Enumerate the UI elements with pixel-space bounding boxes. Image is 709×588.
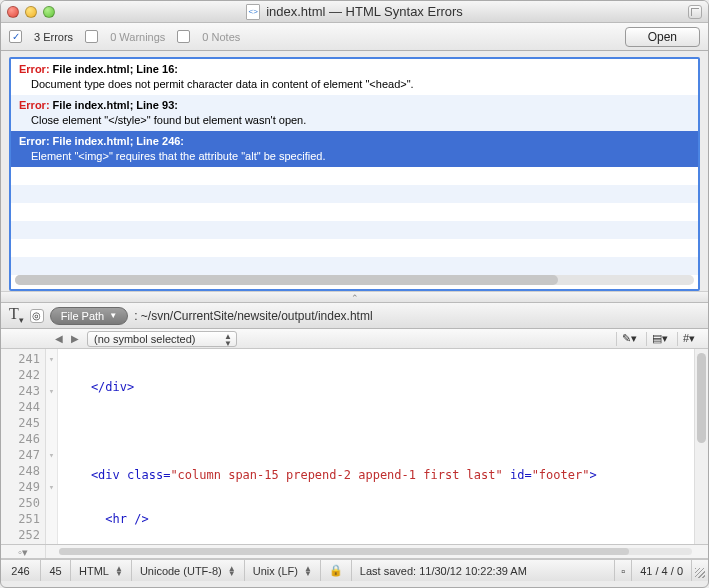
zoom-icon[interactable]	[43, 6, 55, 18]
error-row-empty	[11, 221, 698, 239]
notes-count: 0 Notes	[202, 31, 240, 43]
errors-count: 3 Errors	[34, 31, 73, 43]
nav-bar: ◀ ▶ (no symbol selected) ▲▼ ✎▾ ▤▾ #▾	[1, 329, 708, 349]
error-desc: Document type does not permit character …	[19, 77, 690, 92]
nav-next-icon[interactable]: ▶	[71, 333, 79, 344]
minimize-icon[interactable]	[25, 6, 37, 18]
scroll-thumb[interactable]	[59, 548, 629, 555]
status-bar: 246 45 HTML▲▼ Unicode (UTF-8)▲▼ Unix (LF…	[1, 559, 708, 581]
pencil-icon[interactable]: ✎▾	[616, 332, 642, 346]
editor-hscroll[interactable]: ◦▾	[1, 545, 708, 559]
window-controls	[7, 6, 55, 18]
status-lang-label: HTML	[79, 565, 109, 577]
text-options-icon[interactable]: T▾	[9, 305, 24, 325]
line-num: 247	[1, 447, 45, 463]
resize-grip-icon[interactable]	[692, 560, 708, 581]
layers-icon[interactable]: ▤▾	[646, 332, 673, 346]
error-loc: File index.html; Line 93:	[50, 99, 178, 111]
status-encoding[interactable]: Unicode (UTF-8)▲▼	[132, 560, 245, 581]
line-num: 248	[1, 463, 45, 479]
doc-status-icon[interactable]: ◎	[30, 309, 44, 323]
lock-icon[interactable]: 🔒	[321, 560, 352, 581]
filepath-button[interactable]: File Path ▼	[50, 307, 128, 325]
editor: 241 242 243 244 245 246 247 248 249 250 …	[1, 349, 708, 545]
line-num: 251	[1, 511, 45, 527]
symbol-label: (no symbol selected)	[94, 333, 196, 345]
status-lineendings[interactable]: Unix (LF)▲▼	[245, 560, 321, 581]
notes-checkbox[interactable]	[177, 30, 190, 43]
splitter[interactable]: ⌃	[1, 291, 708, 303]
errors-checkbox[interactable]	[9, 30, 22, 43]
line-num: 245	[1, 415, 45, 431]
fold-icon[interactable]: ▾	[46, 351, 57, 367]
error-kind: Error:	[19, 63, 50, 75]
close-icon[interactable]	[7, 6, 19, 18]
error-list[interactable]: Error: File index.html; Line 16: Documen…	[11, 59, 698, 275]
line-gutter: 241 242 243 244 245 246 247 248 249 250 …	[1, 349, 46, 544]
error-row[interactable]: Error: File index.html; Line 93: Close e…	[11, 95, 698, 131]
titlebar: <> index.html — HTML Syntax Errors	[1, 1, 708, 23]
counter-icon[interactable]: #▾	[677, 332, 700, 346]
code-frag: <div class=	[62, 468, 170, 482]
filepath-value: : ~/svn/CurrentSite/newsite/output/index…	[134, 309, 372, 323]
code-frag: >	[589, 468, 596, 482]
error-desc: Element "<img>" requires that the attrib…	[19, 149, 690, 164]
warnings-count: 0 Warnings	[110, 31, 165, 43]
window-title: <> index.html — HTML Syntax Errors	[1, 4, 708, 20]
error-kind: Error:	[19, 135, 50, 147]
code-line	[58, 423, 708, 439]
line-num: 242	[1, 367, 45, 383]
scroll-thumb[interactable]	[15, 275, 558, 285]
nav-tools: ✎▾ ▤▾ #▾	[616, 332, 700, 346]
error-row-empty	[11, 185, 698, 203]
maximize-icon[interactable]	[688, 5, 702, 19]
status-enc-label: Unicode (UTF-8)	[140, 565, 222, 577]
path-bar: T▾ ◎ File Path ▼ : ~/svn/CurrentSite/new…	[1, 303, 708, 329]
code-line: <hr />	[62, 512, 149, 526]
line-num: 241	[1, 351, 45, 367]
gutter-menu-icon[interactable]: ◦▾	[1, 545, 46, 558]
code-area[interactable]: </div> <div class="column span-15 prepen…	[58, 349, 708, 544]
error-row-selected[interactable]: Error: File index.html; Line 246: Elemen…	[11, 131, 698, 167]
window-title-text: index.html — HTML Syntax Errors	[266, 4, 463, 19]
line-num: 249	[1, 479, 45, 495]
line-num: 246	[1, 431, 45, 447]
error-row-empty	[11, 239, 698, 257]
chevron-down-icon: ▼	[109, 311, 117, 320]
code-frag: "column span-15 prepend-2 append-1 first…	[170, 468, 502, 482]
error-row[interactable]: Error: File index.html; Line 16: Documen…	[11, 59, 698, 95]
error-kind: Error:	[19, 99, 50, 111]
status-saved: Last saved: 11/30/12 10:22:39 AM	[352, 560, 615, 581]
fold-gutter: ▾ ▾ ▾ ▾	[46, 349, 58, 544]
status-col[interactable]: 45	[41, 560, 71, 581]
editor-vscroll[interactable]	[694, 349, 708, 544]
symbol-selector[interactable]: (no symbol selected) ▲▼	[87, 331, 237, 347]
error-loc: File index.html; Line 16:	[50, 63, 178, 75]
line-num: 243	[1, 383, 45, 399]
status-lang[interactable]: HTML▲▼	[71, 560, 132, 581]
stepper-icon: ▲▼	[224, 333, 232, 347]
status-line[interactable]: 246	[1, 560, 41, 581]
fold-icon[interactable]: ▾	[46, 479, 57, 495]
error-row-empty	[11, 203, 698, 221]
line-num: 250	[1, 495, 45, 511]
doc-icon[interactable]: ▫	[615, 560, 632, 581]
line-num: 244	[1, 399, 45, 415]
error-pane-wrap: Error: File index.html; Line 16: Documen…	[1, 51, 708, 291]
code-frag: "footer"	[532, 468, 590, 482]
document-icon: <>	[246, 4, 260, 20]
status-counts[interactable]: 41 / 4 / 0	[632, 560, 692, 581]
nav-prev-icon[interactable]: ◀	[55, 333, 63, 344]
error-hscroll[interactable]	[15, 275, 694, 285]
fold-icon[interactable]: ▾	[46, 383, 57, 399]
error-loc: File index.html; Line 246:	[50, 135, 184, 147]
status-endings-label: Unix (LF)	[253, 565, 298, 577]
fold-icon[interactable]: ▾	[46, 447, 57, 463]
error-desc: Close element "</style>" found but eleme…	[19, 113, 690, 128]
error-pane: Error: File index.html; Line 16: Documen…	[9, 57, 700, 291]
code-line: </div>	[62, 380, 134, 394]
code-frag: id=	[503, 468, 532, 482]
open-button[interactable]: Open	[625, 27, 700, 47]
scroll-thumb[interactable]	[697, 353, 706, 443]
warnings-checkbox[interactable]	[85, 30, 98, 43]
